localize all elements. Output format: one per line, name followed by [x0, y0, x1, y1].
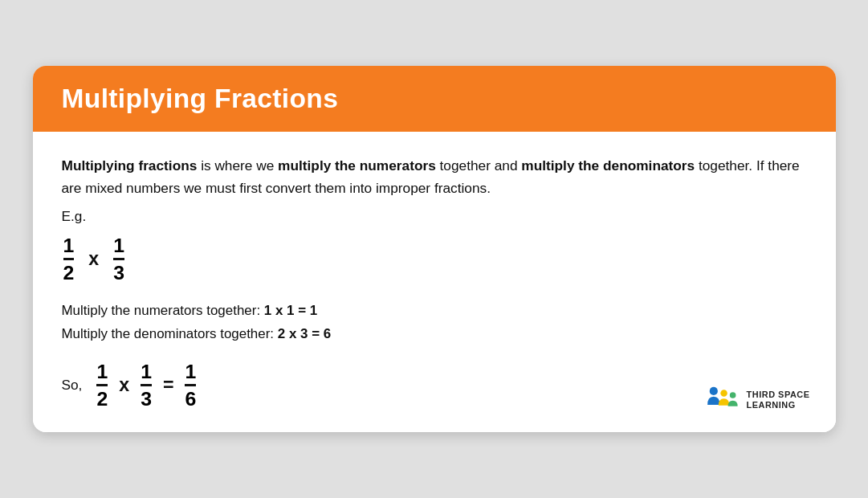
result-fraction-sixth-num: 1	[185, 361, 196, 386]
result-fraction-third-num: 1	[141, 361, 152, 386]
intro-bold-fractions: Multiplying fractions	[62, 157, 198, 173]
svg-point-2	[729, 393, 736, 399]
denominator-calc: 2 x 3 = 6	[278, 326, 331, 341]
result-fraction-sixth: 1 6	[185, 361, 196, 410]
fraction-example: 1 2 x 1 3	[63, 235, 807, 284]
logo-line2: LEARNING	[747, 400, 810, 410]
denominator-line-label: Multiply the denominators together:	[62, 326, 278, 341]
fraction-one-half-denominator: 2	[63, 260, 75, 284]
logo-line1: THIRD SPACE	[747, 390, 810, 400]
fraction-one-half: 1 2	[63, 235, 75, 284]
svg-point-1	[720, 390, 727, 398]
intro-text-2: together and	[436, 157, 522, 173]
logo-text: THIRD SPACE LEARNING	[747, 390, 810, 410]
intro-bold-numerators: multiply the numerators	[278, 157, 436, 173]
numerator-calc: 1 x 1 = 1	[264, 303, 317, 318]
times-sign-1: x	[88, 248, 99, 270]
result-fraction-third-den: 3	[141, 386, 152, 410]
fraction-one-half-numerator: 1	[63, 235, 75, 260]
intro-text-1: is where we	[197, 157, 278, 173]
eg-label: E.g.	[62, 208, 807, 225]
result-fraction-half: 1 2	[96, 361, 108, 410]
result-fraction-sixth-den: 6	[185, 386, 196, 410]
fraction-one-third-denominator: 3	[113, 260, 124, 284]
card-body: Multiplying fractions is where we multip…	[33, 132, 836, 433]
card: Multiplying Fractions Multiplying fracti…	[33, 66, 836, 433]
intro-paragraph: Multiplying fractions is where we multip…	[62, 154, 807, 200]
card-header: Multiplying Fractions	[33, 66, 836, 132]
result-fraction-half-num: 1	[96, 361, 108, 386]
denominator-line: Multiply the denominators together: 2 x …	[62, 323, 807, 346]
result-row: So, 1 2 x 1 3 = 1 6	[62, 361, 807, 410]
tsl-logo-icon	[703, 386, 740, 414]
numerator-line-label: Multiply the numerators together:	[62, 303, 264, 318]
fraction-one-third-numerator: 1	[113, 235, 124, 260]
times-sign-2: x	[119, 374, 129, 396]
so-label: So,	[62, 377, 83, 394]
intro-bold-denominators: multiply the denominators	[521, 157, 695, 173]
result-fraction-half-den: 2	[96, 386, 108, 410]
numerator-line: Multiply the numerators together: 1 x 1 …	[62, 300, 807, 323]
page-title: Multiplying Fractions	[62, 84, 807, 114]
svg-point-0	[709, 387, 717, 395]
result-fraction-third: 1 3	[141, 361, 152, 410]
logo-area: THIRD SPACE LEARNING	[703, 386, 810, 414]
multiply-lines: Multiply the numerators together: 1 x 1 …	[62, 300, 807, 346]
equals-sign: =	[163, 374, 174, 396]
fraction-one-third: 1 3	[113, 235, 124, 284]
